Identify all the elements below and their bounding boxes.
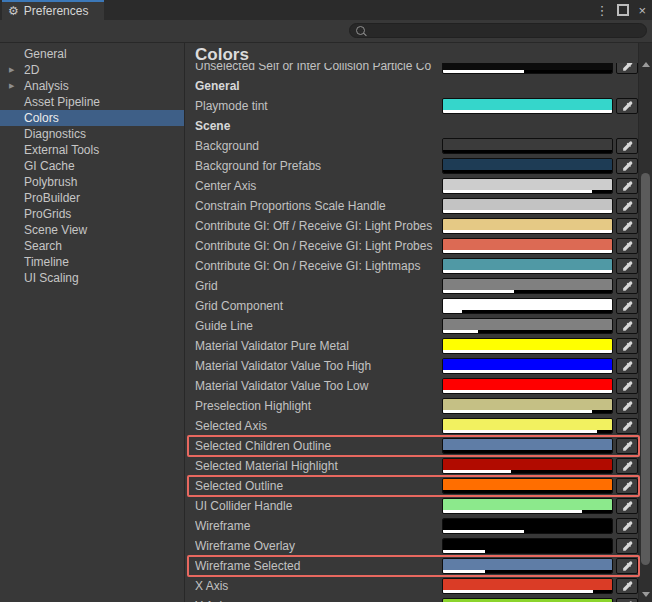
color-swatch[interactable] bbox=[442, 138, 613, 154]
scrollbar[interactable] bbox=[638, 43, 652, 602]
color-swatch[interactable] bbox=[442, 378, 613, 394]
sidebar-item-search[interactable]: Search bbox=[0, 238, 184, 254]
eyedropper-button[interactable] bbox=[616, 218, 638, 234]
color-swatch[interactable] bbox=[442, 198, 613, 214]
eyedropper-button[interactable] bbox=[616, 278, 638, 294]
toolbar bbox=[0, 20, 652, 43]
eyedropper-button[interactable] bbox=[616, 318, 638, 334]
sidebar-item-gi-cache[interactable]: GI Cache bbox=[0, 158, 184, 174]
eyedropper-button[interactable] bbox=[616, 458, 638, 474]
swatch-color bbox=[443, 479, 612, 490]
sidebar-item-general[interactable]: General bbox=[0, 46, 184, 62]
close-icon[interactable]: × bbox=[638, 4, 646, 17]
color-swatch[interactable] bbox=[442, 238, 613, 254]
color-swatch[interactable] bbox=[442, 218, 613, 234]
fold-arrow-icon[interactable]: ▶ bbox=[9, 62, 14, 78]
eyedropper-button[interactable] bbox=[616, 378, 638, 394]
swatch-alpha-bar bbox=[443, 350, 612, 353]
sidebar-item-progrids[interactable]: ProGrids bbox=[0, 206, 184, 222]
color-swatch[interactable] bbox=[442, 438, 613, 454]
sidebar-item-analysis[interactable]: ▶Analysis bbox=[0, 78, 184, 94]
eyedropper-button[interactable] bbox=[616, 178, 638, 194]
eyedropper-button[interactable] bbox=[616, 578, 638, 594]
fold-arrow-icon[interactable]: ▶ bbox=[9, 78, 14, 94]
eyedropper-button[interactable] bbox=[616, 238, 638, 254]
row-label: Material Validator Value Too Low bbox=[195, 379, 442, 393]
eyedropper-button[interactable] bbox=[616, 438, 638, 454]
search-input[interactable] bbox=[349, 23, 647, 38]
color-setting-row-center-axis: Center Axis bbox=[185, 176, 638, 196]
eyedropper-button[interactable] bbox=[616, 338, 638, 354]
scroll-up-arrow-icon[interactable] bbox=[642, 62, 650, 67]
color-swatch[interactable] bbox=[442, 98, 613, 114]
eyedropper-button[interactable] bbox=[616, 518, 638, 534]
sidebar-item-external-tools[interactable]: External Tools bbox=[0, 142, 184, 158]
sidebar-item-polybrush[interactable]: Polybrush bbox=[0, 174, 184, 190]
color-swatch[interactable] bbox=[442, 178, 613, 194]
eyedropper-button[interactable] bbox=[616, 418, 638, 434]
sidebar-item-label: ProGrids bbox=[24, 207, 71, 221]
color-swatch[interactable] bbox=[442, 298, 613, 314]
color-field bbox=[442, 198, 638, 214]
eyedropper-button[interactable] bbox=[616, 98, 638, 114]
eyedropper-button[interactable] bbox=[616, 138, 638, 154]
eyedropper-button[interactable] bbox=[616, 538, 638, 554]
sidebar-item-asset-pipeline[interactable]: Asset Pipeline bbox=[0, 94, 184, 110]
scrollbar-thumb[interactable] bbox=[641, 173, 650, 565]
sidebar-item-timeline[interactable]: Timeline bbox=[0, 254, 184, 270]
eyedropper-button[interactable] bbox=[616, 198, 638, 214]
eyedropper-button[interactable] bbox=[616, 498, 638, 514]
sidebar-item-diagnostics[interactable]: Diagnostics bbox=[0, 126, 184, 142]
color-swatch[interactable] bbox=[442, 598, 613, 602]
row-label: Wireframe Selected bbox=[195, 559, 442, 573]
color-swatch[interactable] bbox=[442, 538, 613, 554]
color-swatch[interactable] bbox=[442, 158, 613, 174]
color-setting-row-selected-axis: Selected Axis bbox=[185, 416, 638, 436]
eyedropper-button[interactable] bbox=[616, 478, 638, 494]
color-field bbox=[442, 458, 638, 474]
swatch-alpha-bar bbox=[443, 570, 612, 573]
swatch-color bbox=[443, 379, 612, 390]
sidebar-item-scene-view[interactable]: Scene View bbox=[0, 222, 184, 238]
color-swatch[interactable] bbox=[442, 418, 613, 434]
sidebar-item-probuilder[interactable]: ProBuilder bbox=[0, 190, 184, 206]
color-swatch[interactable] bbox=[442, 578, 613, 594]
eyedropper-button[interactable] bbox=[616, 558, 638, 574]
swatch-alpha-bar bbox=[443, 530, 612, 533]
color-swatch[interactable] bbox=[442, 498, 613, 514]
tab-preferences[interactable]: ⚙ Preferences bbox=[2, 0, 104, 20]
row-label: Constrain Proportions Scale Handle bbox=[195, 199, 442, 213]
swatch-alpha-bar bbox=[443, 410, 612, 413]
color-swatch[interactable] bbox=[442, 358, 613, 374]
eyedropper-button[interactable] bbox=[616, 398, 638, 414]
color-setting-row-playmode-tint: Playmode tint bbox=[185, 96, 638, 116]
color-setting-row-wireframe-overlay: Wireframe Overlay bbox=[185, 536, 638, 556]
color-swatch[interactable] bbox=[442, 278, 613, 294]
color-setting-row-background-for-prefabs: Background for Prefabs bbox=[185, 156, 638, 176]
sidebar-item-colors[interactable]: Colors bbox=[0, 110, 184, 126]
eyedropper-button[interactable] bbox=[616, 598, 638, 602]
color-setting-row-contribute-gi-off-receive-gi-light-probes: Contribute GI: Off / Receive GI: Light P… bbox=[185, 216, 638, 236]
sidebar-item-2d[interactable]: ▶2D bbox=[0, 62, 184, 78]
color-swatch[interactable] bbox=[442, 458, 613, 474]
eyedropper-button[interactable] bbox=[616, 258, 638, 274]
kebab-menu-icon[interactable]: ⋮ bbox=[595, 4, 608, 17]
color-swatch[interactable] bbox=[442, 478, 613, 494]
eyedropper-button[interactable] bbox=[616, 358, 638, 374]
maximize-icon[interactable] bbox=[617, 4, 629, 16]
color-swatch[interactable] bbox=[442, 318, 613, 334]
color-setting-row-contribute-gi-on-receive-gi-light-probes: Contribute GI: On / Receive GI: Light Pr… bbox=[185, 236, 638, 256]
color-setting-row-preselection-highlight: Preselection Highlight bbox=[185, 396, 638, 416]
sidebar-item-ui-scaling[interactable]: UI Scaling bbox=[0, 270, 184, 286]
color-swatch[interactable] bbox=[442, 258, 613, 274]
row-label: Selected Axis bbox=[195, 419, 442, 433]
color-field bbox=[442, 298, 638, 314]
eyedropper-button[interactable] bbox=[616, 298, 638, 314]
color-swatch[interactable] bbox=[442, 338, 613, 354]
color-swatch[interactable] bbox=[442, 558, 613, 574]
swatch-alpha-bar bbox=[443, 510, 612, 513]
color-swatch[interactable] bbox=[442, 398, 613, 414]
eyedropper-button[interactable] bbox=[616, 158, 638, 174]
color-swatch[interactable] bbox=[442, 518, 613, 534]
scroll-down-arrow-icon[interactable] bbox=[642, 592, 650, 597]
